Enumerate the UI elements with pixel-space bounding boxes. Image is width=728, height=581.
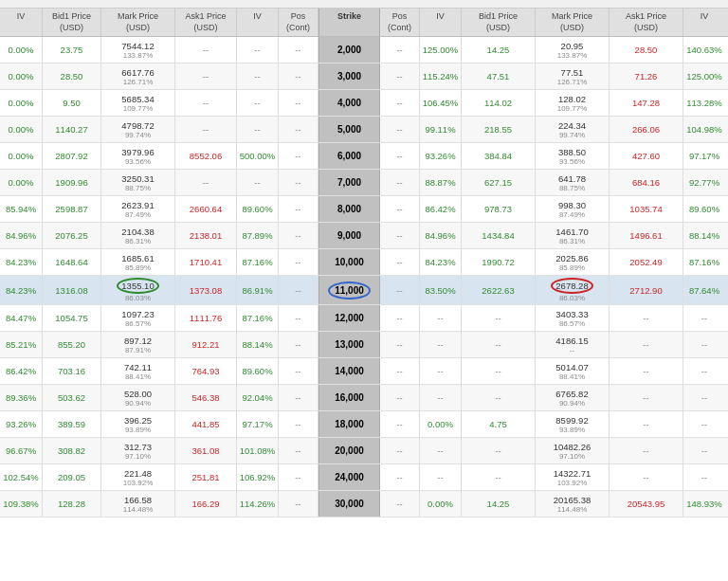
mark-cell: 1355.1086.03% [101, 276, 175, 304]
call-iv-cell: 89.36% [0, 385, 43, 410]
call-iv2-cell: -- [237, 90, 279, 116]
strike-cell: 20,000 [318, 438, 380, 463]
put-ask-cell: -- [610, 411, 683, 437]
call-iv-cell: 0.00% [0, 37, 43, 63]
call-pos-cell: -- [279, 464, 318, 490]
col-put-bid1: Bid1 Price(USD) [462, 9, 536, 36]
put-iv-cell: -- [420, 332, 462, 357]
mark-cell: 2025.8685.89% [536, 249, 610, 275]
col-call-iv2: IV [237, 9, 279, 36]
call-bid-cell: 9.50 [43, 90, 101, 116]
call-pos-cell: -- [279, 117, 318, 142]
put-iv-cell: 125.00% [420, 37, 462, 63]
call-ask-cell: -- [175, 37, 237, 63]
table-row: 86.42%703.16742.1188.41%764.9389.60%--14… [0, 358, 728, 385]
call-bid-cell: 1909.96 [43, 170, 101, 195]
mark-cell: 221.48103.92% [101, 464, 175, 490]
table-row: 84.96%2076.252104.3886.31%2138.0187.89%-… [0, 223, 728, 249]
table-row: 109.38%128.28166.58114.48%166.29114.26%-… [0, 491, 728, 517]
put-ask-cell: -- [610, 305, 683, 331]
put-iv-cell: 88.87% [420, 170, 462, 195]
put-bid-cell: -- [462, 385, 536, 410]
put-ask-cell: -- [610, 332, 683, 357]
put-iv2-cell: 113.28% [683, 90, 725, 116]
put-iv-cell: -- [420, 358, 462, 384]
put-iv2-cell: 140.63% [683, 37, 725, 63]
call-pos-cell: -- [279, 196, 318, 222]
call-ask-cell: 2660.64 [175, 196, 237, 222]
call-iv-cell: 109.38% [0, 491, 43, 517]
table-row: 89.36%503.62528.0090.94%546.3892.04%--16… [0, 385, 728, 411]
mark-cell: 2104.3886.31% [101, 223, 175, 248]
call-ask-cell: 166.29 [175, 491, 237, 517]
call-pos-cell: -- [279, 249, 318, 275]
call-pos-cell: -- [279, 276, 318, 304]
call-iv2-cell: -- [237, 170, 279, 195]
call-iv-cell: 84.23% [0, 276, 43, 304]
put-ask-cell: 684.16 [610, 170, 683, 195]
mark-cell: 396.2593.89% [101, 411, 175, 437]
put-bid-cell: -- [462, 464, 536, 490]
call-bid-cell: 389.59 [43, 411, 101, 437]
mark-cell: 2678.2886.03% [536, 276, 610, 304]
strike-cell: 18,000 [318, 411, 380, 437]
put-pos-cell: -- [380, 305, 420, 331]
put-iv-cell: -- [420, 385, 462, 410]
mark-cell: 5685.34109.77% [101, 90, 175, 116]
put-ask-cell: -- [610, 385, 683, 410]
put-iv-cell: 93.26% [420, 143, 462, 169]
header-bar [0, 0, 728, 9]
mark-cell: 1097.2386.57% [101, 305, 175, 331]
call-pos-cell: -- [279, 90, 318, 116]
call-ask-cell: 546.38 [175, 385, 237, 410]
strike-cell: 3,000 [318, 64, 380, 89]
put-pos-cell: -- [380, 464, 420, 490]
put-bid-cell: 14.25 [462, 491, 536, 517]
call-bid-cell: 1648.64 [43, 249, 101, 275]
col-put-pos: Pos(Cont) [380, 9, 420, 36]
mark-cell: 1685.6185.89% [101, 249, 175, 275]
col-put-ask1: Ask1 Price(USD) [610, 9, 683, 36]
put-iv2-cell: 125.00% [683, 64, 725, 89]
call-iv2-cell: 106.92% [237, 464, 279, 490]
mark-cell: 20165.38114.48% [536, 491, 610, 517]
call-pos-cell: -- [279, 64, 318, 89]
strike-cell: 8,000 [318, 196, 380, 222]
col-put-iv2: IV [683, 9, 725, 36]
put-ask-cell: 71.26 [610, 64, 683, 89]
table-row: 0.00%9.505685.34109.77%------4,000--106.… [0, 90, 728, 117]
put-iv-cell: -- [420, 464, 462, 490]
call-bid-cell: 1054.75 [43, 305, 101, 331]
table-row: 0.00%1909.963250.3188.75%------7,000--88… [0, 170, 728, 196]
call-pos-cell: -- [279, 37, 318, 63]
put-pos-cell: -- [380, 117, 420, 142]
call-pos-cell: -- [279, 411, 318, 437]
put-ask-cell: -- [610, 358, 683, 384]
table-row: 85.94%2598.872623.9187.49%2660.6489.60%-… [0, 196, 728, 223]
call-iv2-cell: -- [237, 64, 279, 89]
table-row: 85.21%855.20897.1287.91%912.2188.14%--13… [0, 332, 728, 358]
mark-cell: 3979.9693.56% [101, 143, 175, 169]
call-bid-cell: 128.28 [43, 491, 101, 517]
call-ask-cell: -- [175, 117, 237, 142]
put-pos-cell: -- [380, 332, 420, 357]
strike-cell: 10,000 [318, 249, 380, 275]
put-iv2-cell: 92.77% [683, 170, 725, 195]
put-ask-cell: 20543.95 [610, 491, 683, 517]
put-iv2-cell: 89.60% [683, 196, 725, 222]
put-iv-cell: -- [420, 438, 462, 463]
call-iv2-cell: -- [237, 117, 279, 142]
put-pos-cell: -- [380, 170, 420, 195]
put-bid-cell: 14.25 [462, 37, 536, 63]
put-iv-cell: 0.00% [420, 411, 462, 437]
put-bid-cell: -- [462, 358, 536, 384]
col-call-iv: IV [0, 9, 43, 36]
put-pos-cell: -- [380, 64, 420, 89]
put-pos-cell: -- [380, 37, 420, 63]
table-row: 84.47%1054.751097.2386.57%1111.7687.16%-… [0, 305, 728, 332]
call-pos-cell: -- [279, 332, 318, 357]
call-pos-cell: -- [279, 170, 318, 195]
call-pos-cell: -- [279, 385, 318, 410]
put-bid-cell: 627.15 [462, 170, 536, 195]
call-pos-cell: -- [279, 223, 318, 248]
